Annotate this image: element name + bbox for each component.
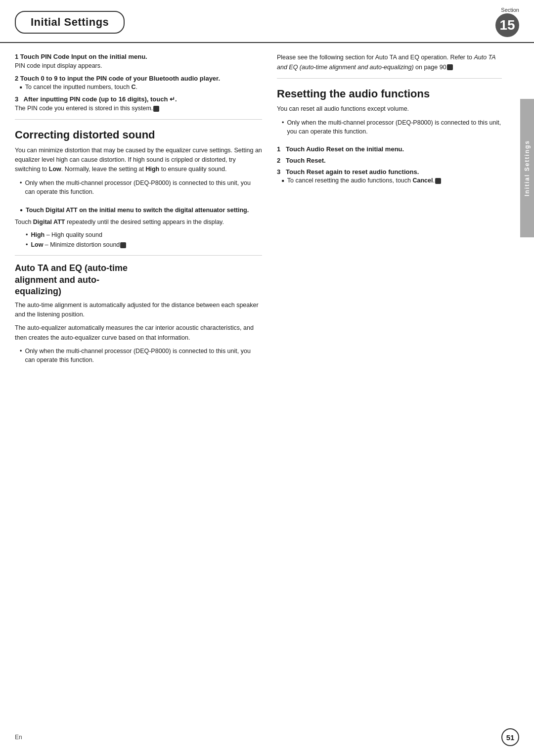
section-badge: Section 15 (495, 7, 519, 37)
step-3-heading: 3 After inputting PIN code (up to 16 dig… (15, 95, 262, 103)
correcting-bullet: Only when the multi-channel processor (D… (20, 178, 262, 196)
resetting-heading: Resetting the audio functions (277, 88, 502, 100)
auto-ta-heading: Auto TA and EQ (auto-timealignment and a… (15, 263, 262, 297)
reset-step-3: 3 Touch Reset again to reset audio funct… (277, 168, 502, 185)
stop-icon-2 (120, 242, 126, 248)
footer: En 51 (0, 728, 534, 746)
digital-att-body: Touch Digital ATT repeatedly until the d… (15, 218, 262, 227)
reset-step-3-bullet: To cancel resetting the audio functions,… (282, 177, 502, 185)
stop-icon-1 (153, 106, 159, 112)
header-bar: Initial Settings Section 15 (0, 0, 534, 43)
reset-step-2: 2 Touch Reset. (277, 157, 502, 164)
footer-lang: En (15, 734, 22, 741)
resetting-bullet: Only when the multi-channel processor (D… (282, 118, 502, 136)
resetting-body: You can reset all audio functions except… (277, 104, 502, 114)
left-column: 1 Touch PIN Code Input on the initial me… (15, 53, 262, 366)
auto-ta-bullet: Only when the multi-channel processor (D… (20, 347, 262, 364)
page: Initial Settings Section 15 Initial Sett… (0, 0, 534, 756)
divider-2 (15, 255, 262, 256)
sub-bullet-high: High – High quality sound (26, 231, 262, 240)
footer-right: 51 (501, 728, 519, 746)
correcting-heading: Correcting distorted sound (15, 129, 262, 141)
step-2: 2 Touch 0 to 9 to input the PIN code of … (15, 75, 262, 92)
divider-3 (277, 78, 502, 79)
step-3-body: The PIN code you entered is stored in th… (15, 104, 262, 113)
sidebar-label: Initial Settings (524, 140, 531, 196)
step-1-body: PIN code input display appears. (15, 61, 262, 71)
correcting-body: You can minimize distortion that may be … (15, 146, 262, 175)
sub-bullet-low: Low – Minimize distortion sound (26, 241, 262, 250)
auto-ta-ref-body: Please see the following section for Aut… (277, 53, 502, 72)
page-title: Initial Settings (15, 11, 125, 34)
step-3: 3 After inputting PIN code (up to 16 dig… (15, 95, 262, 113)
digital-att-heading: Touch Digital ATT on the initial menu to… (20, 206, 262, 215)
step-2-bullet: To cancel the inputted numbers, touch C. (20, 83, 262, 92)
stop-icon-3 (447, 64, 453, 70)
stop-icon-4 (435, 178, 441, 184)
right-column: Please see the following section for Aut… (277, 53, 519, 366)
step-2-heading: 2 Touch 0 to 9 to input the PIN code of … (15, 75, 262, 82)
step-1: 1 Touch PIN Code Input on the initial me… (15, 53, 262, 71)
reset-step-1: 1 Touch Audio Reset on the initial menu. (277, 145, 502, 153)
reset-step-3-heading: 3 Touch Reset again to reset audio funct… (277, 168, 502, 176)
divider-1 (15, 119, 262, 120)
step-1-heading: 1 Touch PIN Code Input on the initial me… (15, 53, 262, 60)
auto-ta-body2: The auto-equalizer automatically measure… (15, 323, 262, 343)
section-label: Section (501, 7, 519, 13)
sidebar-tab: Initial Settings (520, 99, 534, 237)
reset-step-2-heading: 2 Touch Reset. (277, 157, 502, 164)
section-number: 15 (495, 13, 519, 37)
reset-step-1-heading: 1 Touch Audio Reset on the initial menu. (277, 145, 502, 153)
page-number: 51 (501, 728, 519, 746)
content-area: 1 Touch PIN Code Input on the initial me… (0, 43, 534, 376)
auto-ta-body1: The auto-time alignment is automatically… (15, 301, 262, 320)
